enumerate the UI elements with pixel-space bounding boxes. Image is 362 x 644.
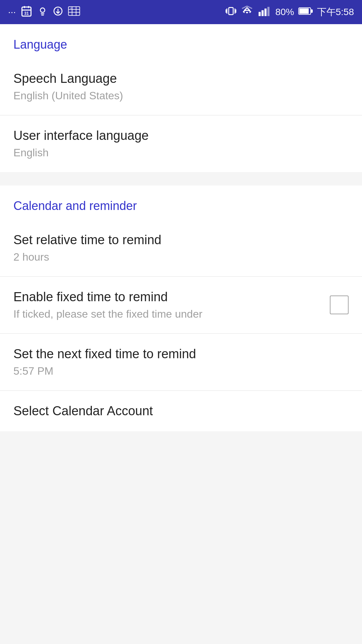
ui-language-title: User interface language: [13, 127, 349, 144]
settings-content: Language Speech Language English (United…: [0, 24, 362, 431]
select-calendar-account-item[interactable]: Select Calendar Account: [0, 391, 362, 431]
language-section-header: Language: [0, 24, 362, 58]
svg-rect-21: [262, 10, 264, 16]
relative-time-text: Set relative time to remind 2 hours: [13, 232, 349, 264]
next-fixed-time-title: Set the next fixed time to remind: [13, 346, 349, 362]
speech-language-text: Speech Language English (United States): [13, 70, 349, 103]
relative-time-subtitle: 2 hours: [13, 250, 349, 264]
select-calendar-account-text: Select Calendar Account: [13, 403, 349, 419]
table-icon: ≪: [68, 6, 80, 19]
time-display: 下午5:58: [317, 6, 354, 18]
svg-text:31: 31: [24, 11, 29, 15]
speech-language-title: Speech Language: [13, 70, 349, 87]
next-fixed-time-subtitle: 5:57 PM: [13, 364, 349, 378]
speech-language-item[interactable]: Speech Language English (United States): [0, 58, 362, 115]
signal-icon: [258, 6, 271, 19]
svg-text:≪: ≪: [70, 7, 72, 9]
calendar-icon: 31: [20, 5, 33, 19]
svg-rect-22: [264, 8, 266, 16]
status-bar: ··· 31: [0, 0, 362, 24]
next-fixed-time-item[interactable]: Set the next fixed time to remind 5:57 P…: [0, 334, 362, 391]
next-fixed-time-text: Set the next fixed time to remind 5:57 P…: [13, 346, 349, 378]
dots-icon: ···: [8, 7, 16, 17]
enable-fixed-time-title: Enable fixed time to remind: [13, 289, 323, 305]
enable-fixed-time-checkbox[interactable]: [330, 296, 349, 314]
svg-rect-26: [311, 9, 313, 13]
bulb-icon: [37, 6, 48, 19]
speech-language-subtitle: English (United States): [13, 89, 349, 103]
enable-fixed-time-item[interactable]: Enable fixed time to remind If ticked, p…: [0, 277, 362, 334]
enable-fixed-time-subtitle: If ticked, please set the fixed time und…: [13, 307, 323, 321]
battery-icon: [298, 6, 313, 18]
vibrate-icon: [226, 6, 236, 19]
battery-percent: 80%: [275, 7, 294, 17]
svg-point-5: [41, 8, 45, 12]
ui-language-subtitle: English: [13, 146, 349, 160]
enable-fixed-time-text: Enable fixed time to remind If ticked, p…: [13, 289, 323, 321]
status-bar-right: 80% 下午5:58: [226, 6, 354, 19]
status-bar-left: ··· 31: [8, 5, 80, 19]
ui-language-text: User interface language English: [13, 127, 349, 160]
svg-rect-25: [299, 8, 309, 14]
relative-time-title: Set relative time to remind: [13, 232, 349, 248]
calendar-section: Calendar and reminder Set relative time …: [0, 185, 362, 431]
download-icon: [53, 6, 63, 19]
svg-rect-20: [259, 12, 261, 16]
calendar-section-header: Calendar and reminder: [0, 185, 362, 220]
svg-rect-23: [267, 7, 269, 16]
language-section: Language Speech Language English (United…: [0, 24, 362, 172]
svg-rect-13: [229, 7, 233, 14]
select-calendar-account-title: Select Calendar Account: [13, 403, 349, 419]
ui-language-item[interactable]: User interface language English: [0, 115, 362, 172]
relative-time-item[interactable]: Set relative time to remind 2 hours: [0, 220, 362, 277]
section-spacer: [0, 172, 362, 185]
wifi-icon: [240, 6, 254, 19]
